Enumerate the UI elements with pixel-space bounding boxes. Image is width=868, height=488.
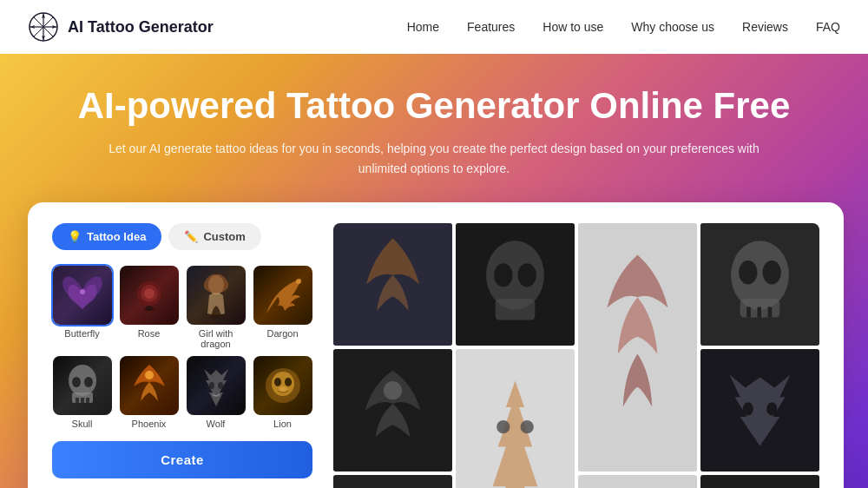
svg-point-36	[496, 420, 510, 433]
svg-point-17	[72, 377, 81, 387]
svg-point-33	[763, 260, 781, 284]
tattoo-thumbnail-skull	[53, 356, 112, 415]
tattoo-thumbnail-dragon	[253, 266, 312, 325]
tab-custom[interactable]: ✏️ Custom	[168, 223, 260, 250]
tattoo-thumbnail-phoenix	[120, 356, 179, 415]
logo-text: AI Tattoo Generator	[68, 18, 214, 36]
tab-tattoo-idea[interactable]: 💡 Tattoo Idea	[52, 223, 161, 250]
tattoo-thumbnail-butterfly	[53, 266, 112, 325]
list-item[interactable]: Girl with dragon	[186, 266, 246, 349]
svg-point-29	[518, 263, 536, 287]
nav-faq[interactable]: FAQ	[816, 20, 840, 34]
left-panel: 💡 Tattoo Idea ✏️ Custom Butterfly	[52, 223, 312, 488]
tattoo-thumbnail-rose	[120, 266, 179, 325]
hero-title: AI-powered Tattoo Generator Online Free	[28, 85, 840, 127]
generate-button[interactable]: Create	[52, 441, 312, 478]
list-item[interactable]: Skull	[52, 356, 112, 429]
svg-point-20	[209, 382, 214, 389]
list-item[interactable]: Phoenix	[119, 356, 179, 429]
mosaic-cell	[333, 475, 452, 488]
main-card: 💡 Tattoo Idea ✏️ Custom Butterfly	[28, 202, 844, 488]
mosaic-cell	[578, 223, 697, 472]
list-item[interactable]: Butterfly	[52, 266, 112, 349]
svg-point-37	[521, 420, 534, 433]
nav-links: Home Features How to use Why choose us R…	[407, 19, 840, 35]
mosaic-cell	[456, 349, 575, 488]
svg-point-25	[285, 378, 292, 386]
tattoo-label-phoenix: Phoenix	[132, 419, 167, 429]
svg-point-31	[731, 241, 789, 309]
pencil-icon: ✏️	[184, 230, 198, 243]
svg-rect-30	[496, 299, 536, 320]
svg-point-35	[384, 381, 402, 399]
tattoo-thumbnail-wolf	[187, 356, 246, 415]
svg-point-24	[274, 378, 281, 386]
nav-home[interactable]: Home	[407, 20, 439, 34]
tattoo-thumbnail-lion	[253, 356, 312, 415]
mosaic-cell	[333, 349, 452, 472]
svg-point-12	[144, 288, 155, 299]
list-item[interactable]: Rose	[119, 266, 179, 349]
nav-features[interactable]: Features	[467, 20, 515, 34]
tattoo-label-skull: Skull	[72, 419, 93, 429]
svg-point-26	[279, 386, 287, 392]
nav-how-to-use[interactable]: How to use	[542, 20, 603, 34]
svg-point-14	[296, 279, 301, 284]
tattoo-label-girl: Girl with dragon	[186, 328, 246, 349]
mosaic-cell	[578, 475, 697, 488]
nav-why-choose-us[interactable]: Why choose us	[631, 20, 714, 34]
svg-point-28	[494, 263, 512, 287]
list-item[interactable]: Lion	[253, 356, 312, 429]
tattoo-label-dragon: Dargon	[266, 328, 298, 339]
mosaic-cell	[700, 223, 819, 346]
svg-point-38	[743, 402, 753, 415]
tattoo-label-rose: Rose	[138, 328, 161, 339]
right-panel	[333, 223, 819, 488]
list-item[interactable]: Wolf	[186, 356, 246, 429]
list-item[interactable]: Dargon	[253, 266, 312, 349]
mosaic-cell	[700, 349, 819, 472]
svg-point-18	[84, 377, 93, 387]
svg-point-39	[766, 402, 777, 415]
mosaic-cell	[700, 475, 819, 488]
mosaic-cell	[456, 223, 575, 346]
tattoo-label-wolf: Wolf	[207, 419, 226, 429]
svg-point-19	[145, 371, 154, 379]
tattoo-label-lion: Lion	[273, 419, 292, 429]
svg-point-32	[739, 260, 757, 284]
tattoo-thumbnail-girl	[187, 266, 246, 325]
mosaic-cell	[333, 223, 452, 346]
navbar: AI Tattoo Generator Home Features How to…	[0, 0, 868, 54]
nav-reviews[interactable]: Reviews	[742, 20, 788, 34]
tab-bar: 💡 Tattoo Idea ✏️ Custom	[52, 223, 312, 250]
logo[interactable]: AI Tattoo Generator	[28, 11, 214, 43]
svg-rect-34	[740, 299, 780, 317]
svg-point-27	[486, 241, 544, 309]
svg-point-9	[80, 289, 85, 294]
tattoo-grid: Butterfly Rose Girl with dragon	[52, 266, 312, 429]
hero-section: AI-powered Tattoo Generator Online Free …	[0, 54, 868, 488]
hero-subtitle: Let our AI generate tattoo ideas for you…	[104, 139, 764, 178]
bulb-icon: 💡	[68, 230, 82, 243]
svg-point-21	[218, 382, 223, 389]
tattoo-label-butterfly: Butterfly	[64, 328, 99, 339]
